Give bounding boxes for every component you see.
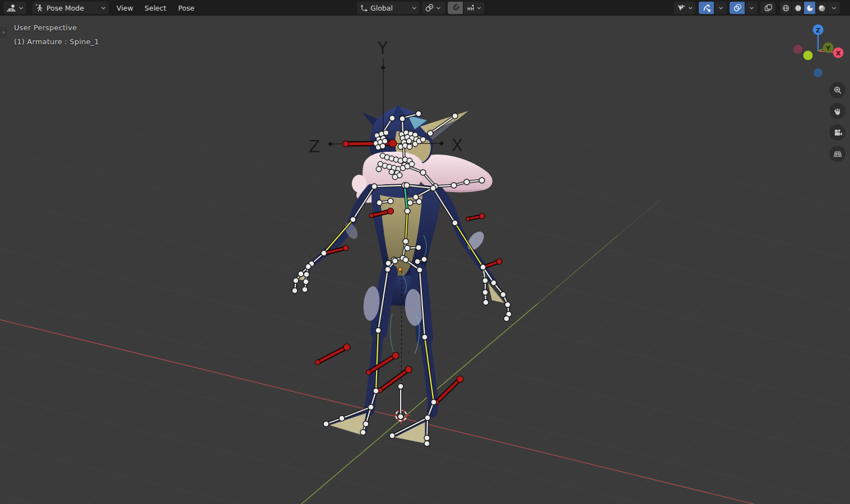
gizmo-label-z: Z — [816, 27, 820, 34]
chevron-down-icon — [18, 6, 24, 11]
zoom-icon — [833, 86, 842, 95]
pivot-point-icon — [425, 3, 434, 12]
wireframe-shading-icon — [782, 4, 790, 12]
overlays-settings[interactable] — [746, 2, 758, 14]
chevron-down-icon — [412, 6, 417, 11]
shading-rendered-button[interactable] — [816, 2, 827, 14]
menu-select[interactable]: Select — [141, 2, 170, 14]
mode-selector[interactable]: Pose Mode — [32, 2, 109, 14]
overlays-icon — [733, 3, 742, 12]
scene-axis-label-y: Y — [377, 38, 388, 58]
viewport-canvas[interactable]: Y Z X Z Y X — [0, 0, 850, 504]
chevron-down-icon — [718, 6, 723, 11]
snap-toggle[interactable] — [448, 2, 463, 14]
gizmo-axis-neg-z[interactable] — [814, 68, 823, 77]
pan-button[interactable] — [829, 103, 846, 119]
gizmo-label-x: X — [836, 50, 841, 57]
orientation-label: Global — [370, 4, 393, 12]
toolbar-expand-arrow[interactable]: › — [0, 26, 7, 38]
chevron-down-icon — [477, 6, 481, 11]
chevron-down-icon — [436, 6, 441, 11]
chevron-down-icon — [101, 6, 106, 11]
snap-increment-icon — [467, 4, 475, 12]
visibility-selector[interactable] — [674, 2, 695, 14]
selectability-visibility-icon — [677, 3, 686, 12]
menu-view[interactable]: View — [113, 2, 137, 14]
viewport-info-active-object: (1) Armature : Spine_1 — [14, 38, 99, 46]
gizmos-icon — [702, 3, 711, 12]
gizmo-axis-neg-y[interactable] — [803, 51, 813, 60]
mode-label: Pose Mode — [47, 4, 84, 12]
gizmo-toggle[interactable] — [699, 2, 714, 14]
transform-orientation-selector[interactable]: Global — [357, 2, 420, 14]
gizmo-label-y: Y — [825, 45, 831, 52]
camera-icon — [833, 128, 842, 137]
scene-axis-label-x: X — [452, 136, 463, 155]
hand-icon — [833, 107, 842, 116]
material-preview-shading-icon — [806, 4, 814, 12]
camera-view-button[interactable] — [829, 124, 846, 141]
transform-orientation-icon — [360, 4, 368, 12]
solid-shading-icon — [794, 4, 802, 12]
scene-axis-label-z: Z — [309, 137, 321, 156]
chevron-down-icon — [688, 6, 693, 11]
grid-icon — [833, 150, 842, 158]
chevron-down-icon — [749, 6, 754, 11]
editor-type-3d-viewport-icon — [6, 3, 16, 13]
shading-settings[interactable] — [828, 2, 840, 14]
gizmo-axis-neg-x[interactable] — [793, 45, 802, 54]
xray-icon — [764, 3, 773, 12]
menu-pose[interactable]: Pose — [175, 2, 198, 14]
pivot-point-selector[interactable] — [422, 2, 445, 14]
overlays-toggle[interactable] — [730, 2, 745, 14]
shading-material-preview-button[interactable] — [804, 2, 815, 14]
zoom-button[interactable] — [829, 82, 846, 98]
chevron-down-icon — [832, 6, 837, 11]
magnet-icon — [451, 3, 460, 12]
shading-solid-button[interactable] — [792, 2, 803, 14]
pose-mode-icon — [35, 3, 44, 12]
rendered-shading-icon — [818, 4, 826, 12]
xray-toggle[interactable] — [760, 2, 775, 14]
blender-window: Y Z X Z Y X User Perspe — [0, 0, 850, 504]
viewport-info-perspective: User Perspective — [14, 24, 77, 32]
snap-settings[interactable] — [464, 2, 484, 14]
gizmo-settings[interactable] — [715, 2, 727, 14]
editor-type-button[interactable] — [3, 2, 26, 14]
viewport-header: Pose Mode View Select Pose Global — [0, 0, 850, 16]
projection-toggle-button[interactable] — [829, 146, 846, 162]
shading-wireframe-button[interactable] — [780, 2, 791, 14]
